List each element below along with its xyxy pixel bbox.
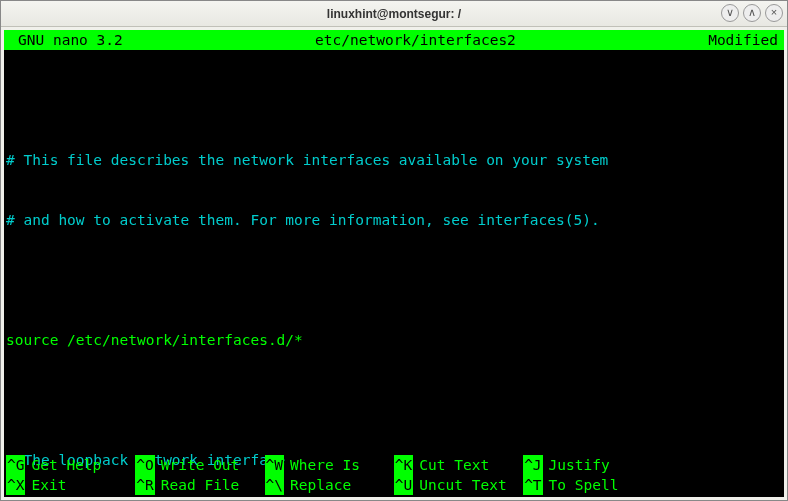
config-line: source /etc/network/interfaces.d/* [6, 330, 782, 350]
shortcut-exit[interactable]: ^XExit [6, 475, 135, 495]
maximize-button[interactable]: ∧ [743, 4, 761, 22]
nano-version: GNU nano 3.2 [8, 30, 123, 50]
close-button[interactable]: × [765, 4, 783, 22]
shortcut-row-1: ^GGet Help ^OWrite Out ^WWhere Is ^KCut … [6, 455, 782, 475]
window-controls: ∨ ∧ × [721, 4, 783, 22]
shortcut-where-is[interactable]: ^WWhere Is [265, 455, 394, 475]
shortcut-replace[interactable]: ^\Replace [265, 475, 394, 495]
comment-line: # and how to activate them. For more inf… [6, 210, 782, 230]
nano-status: Modified [708, 30, 780, 50]
shortcut-cut-text[interactable]: ^KCut Text [394, 455, 523, 475]
shortcut-read-file[interactable]: ^RRead File [135, 475, 264, 495]
shortcut-to-spell[interactable]: ^TTo Spell [523, 475, 652, 495]
terminal-window: linuxhint@montsegur: / ∨ ∧ × GNU nano 3.… [0, 0, 788, 501]
shortcut-uncut-text[interactable]: ^UUncut Text [394, 475, 523, 495]
shortcut-write-out[interactable]: ^OWrite Out [135, 455, 264, 475]
minimize-button[interactable]: ∨ [721, 4, 739, 22]
shortcut-row-2: ^XExit ^RRead File ^\Replace ^UUncut Tex… [6, 475, 782, 495]
window-titlebar: linuxhint@montsegur: / ∨ ∧ × [1, 1, 787, 27]
comment-line: # This file describes the network interf… [6, 150, 782, 170]
nano-filename: etc/network/interfaces2 [123, 30, 708, 50]
editor-content[interactable]: # This file describes the network interf… [4, 50, 784, 497]
shortcut-get-help[interactable]: ^GGet Help [6, 455, 135, 475]
shortcut-justify[interactable]: ^JJustify [523, 455, 652, 475]
nano-shortcut-bar: ^GGet Help ^OWrite Out ^WWhere Is ^KCut … [4, 455, 784, 497]
window-title: linuxhint@montsegur: / [1, 7, 787, 21]
terminal-body[interactable]: GNU nano 3.2 etc/network/interfaces2 Mod… [4, 30, 784, 497]
nano-header: GNU nano 3.2 etc/network/interfaces2 Mod… [4, 30, 784, 50]
